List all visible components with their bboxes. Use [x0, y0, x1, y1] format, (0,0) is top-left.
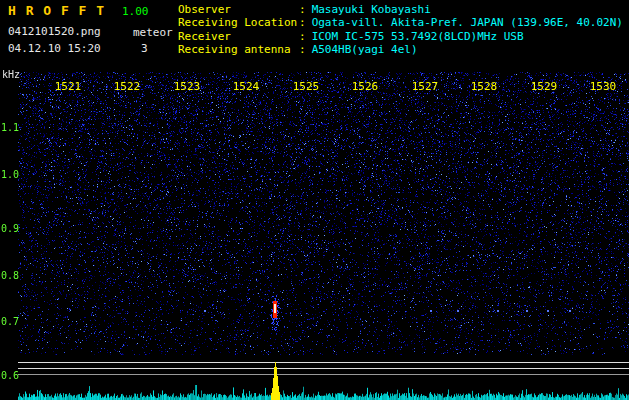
antenna-value: A504HB(yagi 4el): [312, 43, 418, 56]
timestamp: 04.12.10 15:20: [8, 42, 101, 55]
freq-axis-label: 0.7: [1, 316, 19, 327]
time-axis-label: 1523: [171, 80, 203, 93]
header: H R O F F T 1.00 0412101520.png meteor 0…: [0, 0, 629, 70]
antenna-label: Receiving antenna: [178, 43, 299, 56]
info-separator: :: [299, 43, 306, 56]
location-label: Receiving Location: [178, 16, 299, 29]
time-axis-label: 1528: [468, 80, 500, 93]
info-separator: :: [299, 16, 306, 29]
time-axis-label: 1530: [587, 80, 619, 93]
app-version: 1.00: [122, 5, 149, 18]
freq-axis-label: 0.8: [1, 270, 19, 281]
observer-label: Observer: [178, 3, 299, 16]
receiver-value: ICOM IC-575 53.7492(8LCD)MHz USB: [312, 30, 524, 43]
info-row-location: Receiving Location : Ogata-vill. Akita-P…: [178, 16, 623, 29]
time-axis-label: 1525: [290, 80, 322, 93]
hrofft-window: H R O F F T 1.00 0412101520.png meteor 0…: [0, 0, 629, 400]
time-axis-label: 1527: [409, 80, 441, 93]
freq-axis-label: 1.1: [1, 122, 19, 133]
freq-axis-label: 0.9: [1, 223, 19, 234]
time-axis-label: 1526: [349, 80, 381, 93]
time-axis-label: 1529: [528, 80, 560, 93]
time-axis-label: 1522: [111, 80, 143, 93]
info-row-observer: Observer : Masayuki Kobayashi: [178, 3, 623, 16]
freq-axis-label: 1.0: [1, 169, 19, 180]
output-filename: 0412101520.png: [8, 25, 101, 38]
info-separator: :: [299, 30, 306, 43]
spectrogram-canvas: [0, 70, 629, 400]
time-axis-label: 1521: [52, 80, 84, 93]
observer-value: Masayuki Kobayashi: [312, 3, 431, 16]
app-title: H R O F F T: [8, 3, 105, 18]
echo-count: 3: [141, 42, 148, 55]
location-value: Ogata-vill. Akita-Pref. JAPAN (139.96E, …: [312, 16, 623, 29]
receiver-label: Receiver: [178, 30, 299, 43]
time-axis-label: 1524: [230, 80, 262, 93]
freq-axis-label: 0.6: [1, 370, 19, 381]
info-row-antenna: Receiving antenna : A504HB(yagi 4el): [178, 43, 623, 56]
info-row-receiver: Receiver : ICOM IC-575 53.7492(8LCD)MHz …: [178, 30, 623, 43]
info-separator: :: [299, 3, 306, 16]
mode-label: meteor: [133, 26, 173, 39]
freq-axis-unit: kHz: [2, 69, 20, 80]
observation-info: Observer : Masayuki Kobayashi Receiving …: [178, 3, 623, 57]
